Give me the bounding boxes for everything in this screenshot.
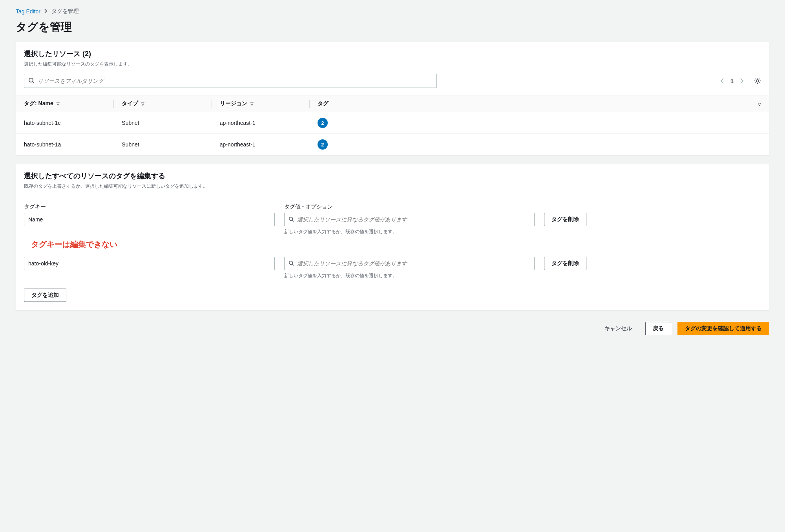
tag-value-input[interactable] bbox=[297, 216, 531, 223]
breadcrumb-current: タグを管理 bbox=[51, 8, 79, 15]
breadcrumb-root-link[interactable]: Tag Editor bbox=[16, 8, 40, 15]
resource-filter-input-wrapper[interactable] bbox=[24, 74, 437, 88]
search-icon bbox=[28, 77, 35, 85]
svg-line-4 bbox=[292, 220, 294, 221]
cell-type: Subnet bbox=[114, 134, 212, 155]
tag-value-input-wrapper[interactable] bbox=[284, 213, 535, 226]
tag-count-badge: 2 bbox=[318, 139, 328, 150]
tag-key-label: タグキー bbox=[24, 203, 275, 210]
tag-key-field: hato-old-key bbox=[24, 257, 275, 270]
footer-actions: キャンセル 戻る タグの変更を確認して適用する bbox=[16, 318, 769, 335]
cell-tags: 2 bbox=[310, 134, 750, 155]
sort-icon: ▽ bbox=[57, 102, 60, 106]
add-tag-button[interactable]: タグを追加 bbox=[24, 289, 66, 302]
breadcrumb: Tag Editor タグを管理 bbox=[16, 8, 769, 15]
column-settings-icon[interactable]: ▽ bbox=[758, 102, 761, 106]
resources-table: タグ: Name▽ タイプ▽ リージョン▽ タグ ▽ bbox=[16, 95, 769, 155]
annotation-text: タグキーは編集できない bbox=[31, 239, 761, 250]
table-row[interactable]: hato-subnet-1a Subnet ap-northeast-1 2 bbox=[16, 134, 769, 155]
edit-tags-panel: 選択したすべてのリソースのタグを編集する 既存のタグを上書きするか、選択した編集… bbox=[16, 164, 769, 310]
col-header-region[interactable]: リージョン▽ bbox=[212, 95, 310, 112]
page-prev-button[interactable] bbox=[720, 78, 724, 84]
svg-line-1 bbox=[33, 82, 34, 83]
tag-key-field: Name bbox=[24, 213, 275, 226]
cancel-button[interactable]: キャンセル bbox=[597, 322, 639, 335]
col-header-tags[interactable]: タグ bbox=[310, 95, 750, 112]
search-icon bbox=[288, 260, 294, 267]
col-header-tag-name[interactable]: タグ: Name▽ bbox=[16, 95, 114, 112]
sort-icon: ▽ bbox=[250, 102, 254, 106]
page-number: 1 bbox=[730, 78, 734, 84]
page-title: タグを管理 bbox=[16, 20, 769, 35]
tag-count-badge: 2 bbox=[318, 118, 328, 128]
svg-line-6 bbox=[292, 264, 294, 265]
page-next-button[interactable] bbox=[740, 78, 744, 84]
tag-value-label: タグ値 - オプション bbox=[284, 203, 535, 210]
tag-value-hint: 新しいタグ値を入力するか、既存の値を選択します。 bbox=[284, 229, 535, 235]
tag-value-hint: 新しいタグ値を入力するか、既存の値を選択します。 bbox=[284, 272, 535, 279]
edit-panel-title: 選択したすべてのリソースのタグを編集する bbox=[24, 171, 761, 181]
svg-point-3 bbox=[289, 217, 292, 220]
table-settings-button[interactable] bbox=[754, 77, 761, 84]
cell-tags: 2 bbox=[310, 112, 750, 134]
col-header-type[interactable]: タイプ▽ bbox=[114, 95, 212, 112]
selected-resources-panel: 選択したリソース (2) 選択した編集可能なリソースのタグを表示します。 1 bbox=[16, 42, 769, 156]
chevron-right-icon bbox=[44, 8, 47, 15]
cell-name: hato-subnet-1c bbox=[16, 112, 114, 134]
tag-edit-row: hato-old-key 新しいタグ値を入力するか、既存の値を選択します。 タグ… bbox=[24, 257, 761, 279]
cell-name: hato-subnet-1a bbox=[16, 134, 114, 155]
resources-panel-title: 選択したリソース (2) bbox=[24, 49, 761, 59]
search-icon bbox=[288, 216, 294, 223]
cell-type: Subnet bbox=[114, 112, 212, 134]
sort-icon: ▽ bbox=[141, 102, 144, 106]
delete-tag-button[interactable]: タグを削除 bbox=[544, 257, 586, 270]
delete-tag-button[interactable]: タグを削除 bbox=[544, 213, 586, 226]
svg-point-2 bbox=[756, 80, 759, 82]
tag-value-input-wrapper[interactable] bbox=[284, 257, 535, 270]
cell-region: ap-northeast-1 bbox=[212, 134, 310, 155]
tag-edit-row: Name 新しいタグ値を入力するか、既存の値を選択します。 タグを削除 bbox=[24, 213, 761, 235]
cell-region: ap-northeast-1 bbox=[212, 112, 310, 134]
edit-panel-description: 既存のタグを上書きするか、選択した編集可能なリソースに新しいタグを追加します。 bbox=[24, 183, 761, 190]
apply-changes-button[interactable]: タグの変更を確認して適用する bbox=[677, 322, 769, 335]
resources-panel-description: 選択した編集可能なリソースのタグを表示します。 bbox=[24, 61, 761, 68]
resource-filter-input[interactable] bbox=[38, 78, 433, 84]
back-button[interactable]: 戻る bbox=[645, 322, 671, 335]
pagination: 1 bbox=[720, 77, 761, 84]
svg-point-0 bbox=[29, 78, 33, 82]
table-row[interactable]: hato-subnet-1c Subnet ap-northeast-1 2 bbox=[16, 112, 769, 134]
svg-point-5 bbox=[289, 261, 292, 264]
tag-value-input[interactable] bbox=[297, 260, 531, 267]
